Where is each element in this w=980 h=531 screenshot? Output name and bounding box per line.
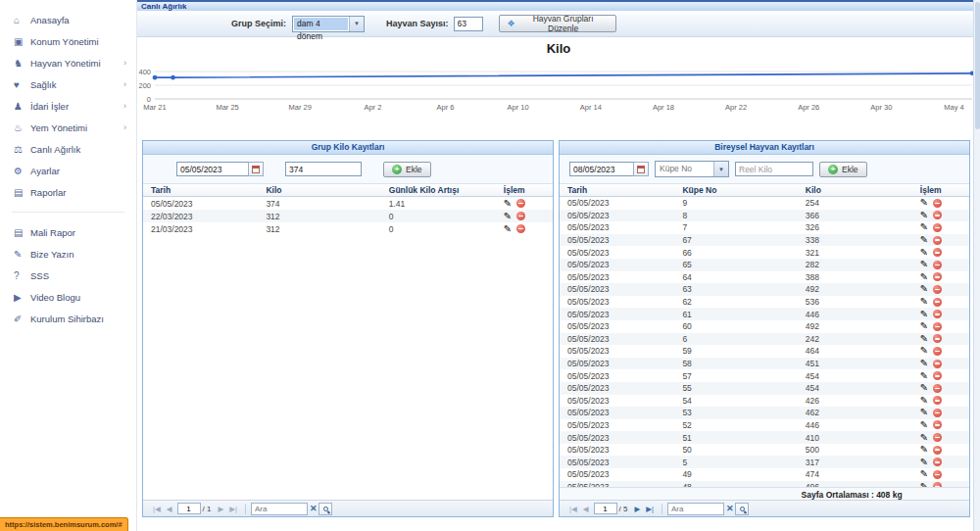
delete-icon[interactable] — [516, 199, 525, 208]
page-number-input[interactable] — [594, 503, 617, 514]
scrollbar-thumb[interactable] — [975, 2, 980, 129]
sidebar-item-hayvan-y-netimi[interactable]: ♞Hayvan Yönetimi› — [0, 52, 136, 73]
edit-icon[interactable]: ✎ — [920, 260, 928, 269]
edit-icon[interactable]: ✎ — [920, 383, 928, 393]
last-page-icon[interactable]: ▶| — [643, 505, 657, 513]
group-date-input[interactable] — [176, 162, 249, 176]
calendar-icon[interactable] — [248, 162, 264, 176]
sidebar-item-i-dari-i-ler[interactable]: ♟İdari İşler› — [0, 95, 136, 117]
edit-icon[interactable]: ✎ — [504, 199, 512, 209]
delete-icon[interactable] — [933, 322, 942, 331]
delete-icon[interactable] — [933, 371, 942, 380]
edit-icon[interactable]: ✎ — [920, 222, 928, 232]
delete-icon[interactable] — [933, 433, 942, 442]
delete-icon[interactable] — [516, 212, 525, 220]
edit-icon[interactable]: ✎ — [920, 371, 928, 381]
edit-icon[interactable]: ✎ — [920, 359, 928, 368]
sidebar-item-kurulum-sihirbaz-[interactable]: ✐Kurulum Sihirbazı — [0, 308, 136, 329]
delete-icon[interactable] — [933, 272, 942, 281]
individual-date-input[interactable] — [569, 162, 634, 176]
delete-icon[interactable] — [933, 360, 942, 368]
page-number-input[interactable] — [177, 503, 201, 514]
delete-icon[interactable] — [933, 409, 942, 417]
group-add-button[interactable]: + Ekle — [383, 162, 431, 177]
clear-search-icon[interactable]: ✕ — [724, 504, 736, 513]
edit-icon[interactable]: ✎ — [920, 272, 928, 282]
animal-count-input[interactable] — [454, 17, 483, 31]
table-row: 05/05/20239254✎ — [560, 197, 969, 210]
sidebar-item-video-blogu[interactable]: ▶Video Blogu — [0, 286, 136, 308]
delete-icon[interactable] — [933, 298, 942, 307]
edit-icon[interactable]: ✎ — [920, 284, 928, 294]
calendar-icon[interactable] — [633, 162, 649, 176]
chevron-down-icon: ▼ — [349, 17, 364, 31]
sidebar-item-canl-a-rl-k[interactable]: ⚖Canlı Ağırlık — [0, 138, 136, 160]
next-page-icon[interactable]: ▶ — [215, 505, 226, 513]
edit-icon[interactable]: ✎ — [920, 396, 928, 406]
group-select[interactable]: dam 4 dönem ▼ — [292, 16, 365, 32]
edit-groups-button[interactable]: ❖ Hayvan Grupları Düzenle — [499, 15, 616, 32]
sidebar-item-label: Kurulum Sihirbazı — [30, 314, 126, 324]
individual-add-button[interactable]: + Ekle — [819, 162, 867, 177]
group-kilo-input[interactable] — [285, 162, 362, 176]
sidebar-item-konum-y-netimi[interactable]: ▣Konum Yönetimi — [0, 30, 136, 52]
delete-icon[interactable] — [933, 334, 942, 343]
delete-icon[interactable] — [933, 396, 942, 405]
sidebar-item-mali-rapor[interactable]: ▤Mali Rapor — [0, 221, 136, 243]
sidebar-item-raporlar[interactable]: ▤Raporlar — [0, 181, 136, 203]
delete-icon[interactable] — [933, 236, 942, 245]
edit-icon[interactable]: ✎ — [920, 211, 928, 220]
sidebar-item-yem-y-netimi[interactable]: ♨Yem Yönetimi› — [0, 117, 136, 138]
edit-icon[interactable]: ✎ — [504, 224, 512, 234]
delete-icon[interactable] — [516, 224, 525, 233]
search-icon[interactable] — [735, 503, 749, 515]
delete-icon[interactable] — [933, 248, 942, 257]
prev-page-icon[interactable]: ◀ — [580, 505, 592, 513]
sidebar-item-sss[interactable]: ?SSS — [0, 265, 136, 286]
prev-page-icon[interactable]: ◀ — [164, 505, 175, 513]
sidebar-item-sa-l-k[interactable]: ♥Sağlık› — [0, 73, 136, 95]
edit-icon[interactable]: ✎ — [920, 445, 928, 455]
table-row: 05/05/202361446✎ — [560, 308, 969, 320]
edit-icon[interactable]: ✎ — [920, 321, 928, 331]
individual-search-input[interactable] — [667, 503, 724, 515]
edit-icon[interactable]: ✎ — [920, 235, 928, 245]
group-search-input[interactable] — [251, 503, 308, 515]
sidebar-item-bize-yaz-n[interactable]: ✎Bize Yazın — [0, 243, 136, 265]
last-page-icon[interactable]: ▶| — [226, 505, 240, 513]
edit-icon[interactable]: ✎ — [920, 420, 928, 430]
edit-icon[interactable]: ✎ — [920, 310, 928, 319]
edit-icon[interactable]: ✎ — [920, 297, 928, 307]
delete-icon[interactable] — [933, 310, 942, 318]
delete-icon[interactable] — [933, 470, 942, 479]
kupe-no-select[interactable]: Küpe No ▼ — [655, 161, 729, 177]
reel-kilo-input[interactable] — [735, 162, 813, 176]
edit-icon[interactable]: ✎ — [920, 408, 928, 417]
edit-icon[interactable]: ✎ — [920, 198, 928, 208]
scrollbar[interactable] — [973, 0, 980, 531]
sidebar-item-anasayfa[interactable]: ⌂Anasayfa — [0, 9, 136, 30]
next-page-icon[interactable]: ▶ — [631, 505, 643, 513]
search-icon[interactable] — [318, 503, 332, 515]
edit-icon[interactable]: ✎ — [504, 212, 512, 221]
delete-icon[interactable] — [933, 458, 942, 466]
delete-icon[interactable] — [933, 285, 942, 294]
delete-icon[interactable] — [933, 261, 942, 269]
edit-icon[interactable]: ✎ — [920, 346, 928, 356]
clear-search-icon[interactable]: ✕ — [308, 504, 319, 513]
delete-icon[interactable] — [933, 384, 942, 393]
delete-icon[interactable] — [933, 347, 942, 356]
edit-icon[interactable]: ✎ — [920, 248, 928, 258]
sidebar-item-ayarlar[interactable]: ⚙Ayarlar — [0, 160, 136, 181]
delete-icon[interactable] — [933, 211, 942, 219]
edit-icon[interactable]: ✎ — [920, 458, 928, 467]
first-page-icon[interactable]: |◀ — [566, 505, 580, 513]
delete-icon[interactable] — [933, 446, 942, 455]
delete-icon[interactable] — [933, 199, 942, 208]
delete-icon[interactable] — [933, 420, 942, 429]
first-page-icon[interactable]: |◀ — [150, 505, 164, 513]
edit-icon[interactable]: ✎ — [920, 433, 928, 443]
edit-icon[interactable]: ✎ — [920, 469, 928, 479]
delete-icon[interactable] — [933, 223, 942, 232]
edit-icon[interactable]: ✎ — [920, 334, 928, 344]
